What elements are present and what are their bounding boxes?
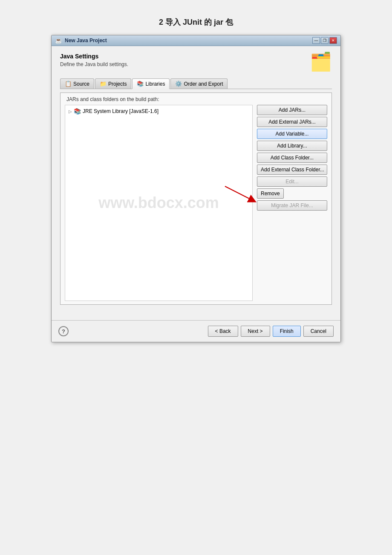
tree-expand-icon: ▷ <box>69 109 72 114</box>
title-bar-left: ☕ New Java Project <box>55 37 107 44</box>
java-icon: ☕ <box>55 37 62 44</box>
build-list: ▷ 📚 JRE System Library [JavaSE-1.6] www.… <box>65 105 253 301</box>
libraries-tab-icon: 📚 <box>137 81 144 87</box>
projects-tab-label: Projects <box>108 81 127 87</box>
build-path-description: JARs and class folders on the build path… <box>65 96 327 102</box>
jre-label: JRE System Library [JavaSE-1.6] <box>83 108 159 114</box>
add-class-folder-button[interactable]: Add Class Folder... <box>257 153 327 163</box>
order-export-tab-label: Order and Export <box>184 81 223 87</box>
help-button[interactable]: ? <box>58 326 69 336</box>
tab-projects[interactable]: 📁 Projects <box>95 78 131 89</box>
remove-button-container: Remove <box>257 188 327 199</box>
page-title: 2 导入 JUnit 的 jar 包 <box>159 17 233 27</box>
tab-libraries[interactable]: 📚 Libraries <box>132 78 170 89</box>
tab-source[interactable]: 📋 Source <box>60 78 94 89</box>
title-bar: ☕ New Java Project — ❐ ✕ <box>52 35 340 46</box>
nav-buttons: < Back Next > Finish Cancel <box>208 326 334 337</box>
remove-button[interactable]: Remove <box>257 188 284 199</box>
watermark: www.bdocx.com <box>98 194 219 212</box>
projects-tab-icon: 📁 <box>100 81 107 87</box>
finish-button[interactable]: Finish <box>273 326 301 337</box>
add-external-class-folder-button[interactable]: Add External Class Folder... <box>257 165 327 175</box>
window-content: Java Settings Define the Java build sett… <box>52 46 340 320</box>
add-external-jars-button[interactable]: Add External JARs... <box>257 117 327 127</box>
source-tab-label: Source <box>73 81 89 87</box>
window-title: New Java Project <box>65 38 107 43</box>
tabs-container: 📋 Source 📁 Projects 📚 Libraries ⚙️ Order… <box>60 78 332 89</box>
section-subtitle: Define the Java build settings. <box>60 61 128 67</box>
bottom-bar: ? < Back Next > Finish Cancel <box>52 320 340 342</box>
section-title: Java Settings <box>60 53 128 60</box>
source-tab-icon: 📋 <box>65 81 72 87</box>
tab-order-export[interactable]: ⚙️ Order and Export <box>170 78 228 89</box>
close-button[interactable]: ✕ <box>329 37 337 44</box>
jre-item[interactable]: ▷ 📚 JRE System Library [JavaSE-1.6] <box>67 107 251 116</box>
restore-button[interactable]: ❐ <box>321 37 329 44</box>
add-jars-button[interactable]: Add JARs... <box>257 105 327 115</box>
order-export-tab-icon: ⚙️ <box>175 81 182 87</box>
button-panel: Add JARs... Add External JARs... Add Var… <box>257 105 327 301</box>
add-variable-button[interactable]: Add Variable... <box>257 129 327 139</box>
dialog-window: ☕ New Java Project — ❐ ✕ Java Settings D… <box>51 35 341 342</box>
minimize-button[interactable]: — <box>312 37 320 44</box>
libraries-tab-label: Libraries <box>145 81 165 87</box>
jre-icon: 📚 <box>74 108 81 115</box>
edit-button[interactable]: Edit... <box>257 176 327 187</box>
add-library-button[interactable]: Add Library... <box>257 141 327 151</box>
back-button[interactable]: < Back <box>208 326 238 337</box>
cancel-button[interactable]: Cancel <box>303 326 334 337</box>
folder-icon-large: 🗂️ <box>310 53 332 71</box>
next-button[interactable]: Next > <box>241 326 270 337</box>
title-bar-buttons: — ❐ ✕ <box>312 37 337 44</box>
migrate-jar-button[interactable]: Migrate JAR File... <box>257 200 327 211</box>
